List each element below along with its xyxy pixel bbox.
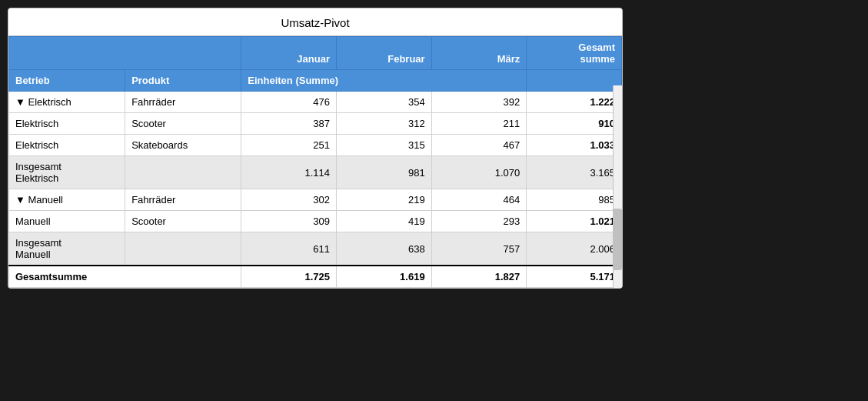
cell-mar: 757 [431,232,527,266]
cell-betrieb: Insgesamt Elektrisch [9,156,125,189]
cell-mar: 293 [431,211,527,232]
header-produkt: Produkt [125,70,241,92]
header-januar: Januar [241,37,337,70]
cell-betrieb: Manuell [9,211,125,232]
cell-produkt: Fahrräder [125,92,241,113]
cell-produkt [125,156,241,189]
subtotal-row: Insgesamt Elektrisch1.1149811.0703.165 [9,156,622,189]
cell-jan: 309 [241,211,337,232]
cell-total-mar: 1.827 [431,266,527,288]
cell-mar: 392 [431,92,527,113]
cell-gesamt: 2.006 [527,232,622,266]
cell-gesamt: 985 [527,189,622,211]
data-row: ▼ ManuellFahrräder302219464985 [9,189,622,211]
cell-jan: 611 [241,232,337,266]
cell-feb: 419 [336,211,431,232]
table-title: Umsatz-Pivot [8,8,622,36]
cell-gesamt: 1.222 [527,92,622,113]
cell-jan: 476 [241,92,337,113]
cell-total-label: Gesamtsumme [9,266,241,288]
cell-feb: 219 [336,189,431,211]
header-gesamtsumme: Gesamt summe [527,37,622,70]
cell-total-jan: 1.725 [241,266,337,288]
header-februar: Februar [336,37,431,70]
subtotal-row: Insgesamt Manuell6116387572.006 [9,232,622,266]
cell-feb: 354 [336,92,431,113]
right-panel [630,0,868,401]
cell-total-feb: 1.619 [336,266,431,288]
pivot-table: Januar Februar März Gesamt summe Betrieb… [8,36,622,288]
cell-jan: 302 [241,189,337,211]
scroll-indicator[interactable] [613,209,622,270]
cell-mar: 1.070 [431,156,527,189]
cell-produkt: Scooter [125,211,241,232]
header-maerz: März [431,37,527,70]
cell-jan: 251 [241,135,337,156]
cell-produkt: Fahrräder [125,189,241,211]
cell-feb: 638 [336,232,431,266]
data-row: ManuellScooter3094192931.021 [9,211,622,232]
cell-produkt [125,232,241,266]
cell-produkt: Skateboards [125,135,241,156]
cell-mar: 211 [431,113,527,135]
cell-gesamt: 3.165 [527,156,622,189]
cell-gesamt: 1.021 [527,211,622,232]
data-row: ▼ ElektrischFahrräder4763543921.222 [9,92,622,113]
cell-gesamt: 1.033 [527,135,622,156]
header-einheiten: Einheiten (Summe) [241,70,527,92]
data-row: ElektrischScooter387312211910 [9,113,622,135]
cell-mar: 467 [431,135,527,156]
total-row: Gesamtsumme1.7251.6191.8275.171 [9,266,622,288]
cell-feb: 312 [336,113,431,135]
pivot-table-container: Umsatz-Pivot Januar Februar März Gesamt … [8,8,623,289]
header-row-dates: Januar Februar März Gesamt summe [9,37,622,70]
data-row: ElektrischSkateboards2513154671.033 [9,135,622,156]
cell-betrieb: ▼ Elektrisch [9,92,125,113]
cell-betrieb: Insgesamt Manuell [9,232,125,266]
cell-jan: 387 [241,113,337,135]
cell-feb: 981 [336,156,431,189]
cell-mar: 464 [431,189,527,211]
cell-total-gesamt: 5.171 [527,266,622,288]
header-row-labels: Betrieb Produkt Einheiten (Summe) [9,70,622,92]
cell-betrieb: Elektrisch [9,113,125,135]
cell-betrieb: ▼ Manuell [9,189,125,211]
cell-betrieb: Elektrisch [9,135,125,156]
header-betrieb: Betrieb [9,70,125,92]
scroll-track[interactable] [613,85,622,289]
cell-gesamt: 910 [527,113,622,135]
header-empty [527,70,622,92]
cell-produkt: Scooter [125,113,241,135]
cell-feb: 315 [336,135,431,156]
cell-jan: 1.114 [241,156,337,189]
